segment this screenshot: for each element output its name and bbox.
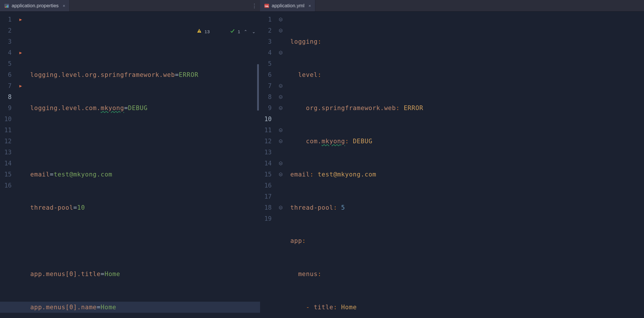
code-line: thread-pool: 5 [290,202,644,213]
fold-slot [16,69,25,80]
code-line: app: [290,235,644,246]
close-tab-icon[interactable]: × [63,0,65,12]
prev-highlight-icon[interactable]: ⌃ [243,26,248,37]
line-number[interactable]: 12 [0,136,12,147]
editor-left[interactable]: 12345678910111213141516 ▶▶▶ 13 1 ⌃ ⌄ log… [0,12,260,318]
scrollbar[interactable] [256,23,260,318]
fold-column[interactable]: ▶▶▶ [16,12,25,318]
code-line: - title: Home [290,302,644,313]
line-number[interactable]: 15 [260,169,272,180]
line-number[interactable]: 7 [0,80,12,91]
line-number[interactable]: 5 [260,58,272,69]
fold-slot [276,191,285,202]
tab-application-yml[interactable]: YML application.yml × [260,0,315,11]
fold-slot [16,25,25,36]
breakpoint-icon[interactable]: ▶ [16,47,25,58]
fold-toggle-icon[interactable] [276,25,285,36]
line-number[interactable]: 12 [260,136,272,147]
breakpoint-icon[interactable]: ▶ [16,80,25,91]
gutter[interactable]: 12345678910111213141516 [0,12,16,318]
line-number[interactable]: 2 [0,25,12,36]
line-number[interactable]: 15 [0,169,12,180]
yml-file-icon: YML [264,3,269,8]
line-number[interactable]: 5 [0,58,12,69]
line-number[interactable]: 7 [260,80,272,91]
svg-rect-5 [199,32,200,32]
fold-column[interactable] [276,12,285,318]
fold-toggle-icon[interactable] [276,202,285,213]
code-line: email: test@mkyong.com [290,169,644,180]
line-number[interactable]: 11 [260,125,272,136]
fold-toggle-icon[interactable] [276,103,285,114]
line-number[interactable]: 19 [260,213,272,224]
line-number[interactable]: 17 [260,191,272,202]
fold-toggle-icon[interactable] [276,14,285,25]
code-line: level: [290,69,644,80]
fold-slot [16,58,25,69]
code-line: com.mkyong: DEBUG [290,136,644,147]
split-editor: application.properties × ⋮ 1234567891011… [0,0,644,318]
editor-pane-right: YML application.yml × 123456789101112131… [260,0,644,318]
fold-toggle-icon[interactable] [276,158,285,169]
line-number[interactable]: 1 [0,14,12,25]
svg-rect-3 [7,5,8,8]
line-number[interactable]: 2 [260,25,272,36]
line-number[interactable]: 1 [260,14,272,25]
fold-slot [16,147,25,158]
line-number[interactable]: 8 [0,91,12,103]
line-number[interactable]: 13 [260,147,272,158]
code-line: org.springframework.web: ERROR [290,103,644,114]
fold-slot [16,169,25,180]
fold-slot [16,125,25,136]
svg-rect-4 [199,30,200,31]
line-number[interactable]: 10 [0,114,12,125]
gutter[interactable]: 12345678910111213141516171819 [260,12,276,318]
fold-toggle-icon[interactable] [276,136,285,147]
line-number[interactable]: 16 [0,180,12,191]
code-line: logging.level.com.mkyong=DEBUG [30,103,260,114]
line-number[interactable]: 6 [260,69,272,80]
line-number[interactable]: 4 [0,47,12,58]
fold-slot [276,69,285,80]
line-number[interactable]: 9 [260,103,272,114]
next-highlight-icon[interactable]: ⌄ [251,26,257,37]
fold-toggle-icon[interactable] [276,125,285,136]
fold-toggle-icon[interactable] [276,91,285,103]
fold-slot [16,36,25,47]
line-number[interactable]: 14 [260,158,272,169]
tab-menu-kebab[interactable]: ⋮ [249,0,260,11]
line-number[interactable]: 8 [260,91,272,103]
fold-slot [276,213,285,224]
fold-slot [16,136,25,147]
tab-bar-left: application.properties × ⋮ [0,0,260,12]
line-number[interactable]: 3 [0,36,12,47]
fold-slot [276,147,285,158]
inspections-widget[interactable]: 13 1 ⌃ ⌄ [180,15,257,48]
fold-slot [276,36,285,47]
fold-slot [16,91,25,103]
svg-rect-2 [6,6,7,8]
close-tab-icon[interactable]: × [308,0,311,12]
line-number[interactable]: 3 [260,36,272,47]
fold-toggle-icon[interactable] [276,47,285,58]
fold-slot [16,180,25,191]
properties-file-icon [4,3,9,8]
code-area[interactable]: 13 1 ⌃ ⌄ logging.level.org.springframewo… [25,12,260,318]
line-number[interactable]: 18 [260,202,272,213]
line-number[interactable]: 4 [260,47,272,58]
line-number[interactable]: 6 [0,69,12,80]
scrollbar-thumb[interactable] [257,64,259,111]
line-number[interactable]: 11 [0,125,12,136]
line-number[interactable]: 13 [0,147,12,158]
line-number[interactable]: 10 [260,114,272,125]
line-number[interactable]: 9 [0,103,12,114]
svg-text:YML: YML [265,5,269,7]
line-number[interactable]: 16 [260,180,272,191]
code-area[interactable]: logging: level: org.springframework.web:… [285,12,644,318]
line-number[interactable]: 14 [0,158,12,169]
editor-right[interactable]: 12345678910111213141516171819 logging: l… [260,12,644,318]
fold-toggle-icon[interactable] [276,80,285,91]
fold-toggle-icon[interactable] [276,169,285,180]
tab-application-properties[interactable]: application.properties × [0,0,70,11]
breakpoint-icon[interactable]: ▶ [16,14,25,25]
